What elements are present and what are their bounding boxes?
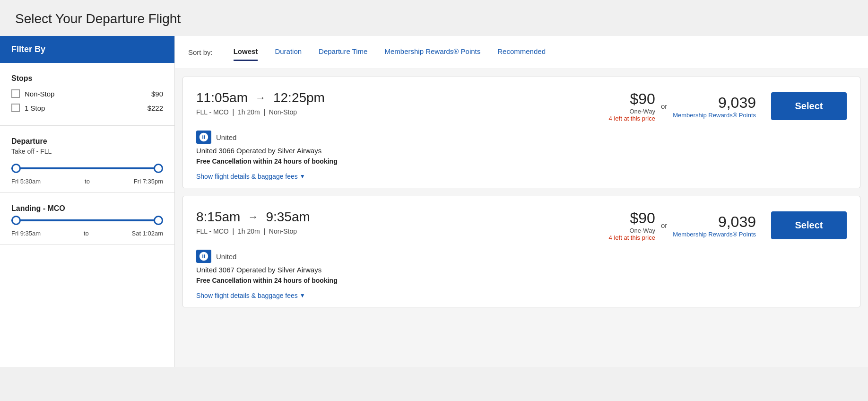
landing-section: Landing - MCO Fri 9:35am to Sat 1:02am	[0, 193, 174, 245]
chevron-down-icon-0: ▼	[300, 173, 305, 180]
flight-operated-by-1: United 3067 Operated by Silver Airways	[196, 266, 847, 274]
show-details-text-0: Show flight details & baggage fees	[196, 173, 298, 180]
flight-route-1: FLL - MCO	[196, 227, 229, 235]
flight-points-1: 9,039	[673, 213, 756, 231]
united-logo-0	[199, 132, 209, 142]
flight-times-0: 11:05am → 12:25pm	[196, 90, 325, 105]
departure-slider-thumb-right[interactable]	[154, 164, 163, 173]
departure-range-start: Fri 5:30am	[11, 178, 41, 185]
landing-range-label: Fri 9:35am to Sat 1:02am	[11, 230, 163, 237]
airline-icon-0	[196, 131, 211, 144]
flight-price-section-1: $90 One-Way 4 left at this price or 9,03…	[609, 209, 847, 241]
flight-airline-row-0: United	[196, 131, 847, 144]
flight-price-warning-1: 4 left at this price	[609, 234, 655, 241]
onestop-label: 1 Stop	[25, 104, 45, 112]
flight-depart-time-0: 11:05am	[196, 90, 248, 105]
flight-arrow-0: →	[255, 92, 266, 104]
flight-left-0: 11:05am → 12:25pm FLL - MCO | 1h 20m | N…	[196, 90, 325, 116]
flight-route-0: FLL - MCO	[196, 108, 229, 116]
departure-subtitle: Take off - FLL	[11, 148, 163, 155]
page-title: Select Your Departure Flight	[0, 0, 868, 36]
landing-range-to: to	[84, 230, 89, 237]
sidebar: Filter By Stops Non-Stop $90 1 Stop $222	[0, 36, 175, 367]
departure-range-end: Fri 7:35pm	[134, 178, 163, 185]
flight-depart-time-1: 8:15am	[196, 209, 240, 225]
flight-card-bottom-row-1: Show flight details & baggage fees ▼	[196, 284, 847, 307]
show-details-link-1[interactable]: Show flight details & baggage fees ▼	[196, 284, 305, 307]
show-details-link-0[interactable]: Show flight details & baggage fees ▼	[196, 165, 305, 188]
airline-icon-1	[196, 250, 211, 263]
flight-price-section-0: $90 One-Way 4 left at this price or 9,03…	[609, 90, 847, 122]
sort-departure-time[interactable]: Departure Time	[319, 47, 367, 57]
departure-slider-thumb-left[interactable]	[11, 164, 21, 173]
onestop-checkbox[interactable]	[11, 104, 20, 112]
flight-meta-1: FLL - MCO | 1h 20m | Non-Stop	[196, 227, 310, 235]
filter-row-1stop: 1 Stop $222	[11, 104, 163, 112]
flight-points-block-0: 9,039 Membership Rewards® Points	[673, 94, 756, 119]
stops-title: Stops	[11, 74, 163, 83]
main-content: Sort by: Lowest Duration Departure Time …	[175, 36, 868, 367]
show-details-text-1: Show flight details & baggage fees	[196, 292, 298, 299]
flight-duration-1: 1h 20m	[238, 227, 260, 235]
flight-top-row-1: 8:15am → 9:35am FLL - MCO | 1h 20m | Non…	[196, 209, 847, 241]
flight-top-row-0: 11:05am → 12:25pm FLL - MCO | 1h 20m | N…	[196, 90, 847, 122]
flight-points-label-0: Membership Rewards® Points	[673, 112, 756, 119]
departure-range-label: Fri 5:30am to Fri 7:35pm	[11, 178, 163, 185]
onestop-price: $222	[148, 104, 163, 112]
flight-card-1: 8:15am → 9:35am FLL - MCO | 1h 20m | Non…	[182, 196, 860, 307]
flight-left-1: 8:15am → 9:35am FLL - MCO | 1h 20m | Non…	[196, 209, 310, 235]
flight-times-1: 8:15am → 9:35am	[196, 209, 310, 225]
landing-slider-thumb-right[interactable]	[154, 216, 163, 225]
flight-meta-0: FLL - MCO | 1h 20m | Non-Stop	[196, 108, 325, 116]
stops-section: Stops Non-Stop $90 1 Stop $222	[0, 63, 174, 126]
united-logo-1	[199, 251, 209, 262]
sort-lowest[interactable]: Lowest	[234, 47, 258, 57]
airline-name-1: United	[216, 253, 236, 261]
sort-membership-points[interactable]: Membership Rewards® Points	[384, 47, 480, 57]
departure-section: Departure Take off - FLL Fri 5:30am to F…	[0, 126, 174, 193]
flight-arrive-time-1: 9:35am	[266, 209, 310, 225]
nonstop-checkbox[interactable]	[11, 89, 20, 98]
airline-name-0: United	[216, 133, 236, 141]
sort-label: Sort by:	[188, 48, 213, 56]
flight-price-block-0: $90 One-Way 4 left at this price	[609, 90, 655, 122]
departure-title: Departure	[11, 137, 163, 146]
departure-slider[interactable]	[11, 163, 163, 174]
flight-stops-0: Non-Stop	[269, 108, 297, 116]
flight-card-bottom-row-0: Show flight details & baggage fees ▼	[196, 165, 847, 188]
sidebar-header: Filter By	[0, 36, 174, 63]
flight-arrow-1: →	[248, 211, 258, 223]
flight-points-0: 9,039	[673, 94, 756, 112]
flight-operated-by-0: United 3066 Operated by Silver Airways	[196, 147, 847, 155]
select-button-1[interactable]: Select	[771, 211, 847, 239]
flight-price-0: $90	[609, 90, 655, 108]
flight-duration-0: 1h 20m	[238, 108, 260, 116]
flight-price-type-1: One-Way	[609, 227, 655, 234]
select-button-0[interactable]: Select	[771, 92, 847, 120]
landing-slider-track	[11, 219, 163, 221]
landing-range-start: Fri 9:35am	[11, 230, 41, 237]
flight-price-1: $90	[609, 209, 655, 227]
chevron-down-icon-1: ▼	[300, 292, 305, 299]
flight-stops-1: Non-Stop	[269, 227, 297, 235]
landing-title: Landing - MCO	[11, 204, 163, 213]
filter-row-nonstop: Non-Stop $90	[11, 89, 163, 98]
nonstop-price: $90	[151, 90, 163, 98]
flight-points-block-1: 9,039 Membership Rewards® Points	[673, 213, 756, 238]
sort-recommended[interactable]: Recommended	[497, 47, 546, 57]
sort-duration[interactable]: Duration	[275, 47, 302, 57]
landing-slider-thumb-left[interactable]	[11, 216, 21, 225]
nonstop-label: Non-Stop	[25, 90, 54, 98]
landing-range-end: Sat 1:02am	[131, 230, 163, 237]
flight-airline-row-1: United	[196, 250, 847, 263]
flight-arrive-time-0: 12:25pm	[273, 90, 325, 105]
free-cancel-0: Free Cancellation within 24 hours of boo…	[196, 157, 847, 165]
flight-or-0: or	[661, 102, 667, 110]
departure-slider-track	[11, 167, 163, 169]
flight-card-0: 11:05am → 12:25pm FLL - MCO | 1h 20m | N…	[182, 77, 860, 188]
flight-points-label-1: Membership Rewards® Points	[673, 231, 756, 238]
free-cancel-1: Free Cancellation within 24 hours of boo…	[196, 277, 847, 284]
landing-slider[interactable]	[11, 215, 163, 226]
departure-range-to: to	[85, 178, 90, 185]
flight-price-type-0: One-Way	[609, 108, 655, 115]
